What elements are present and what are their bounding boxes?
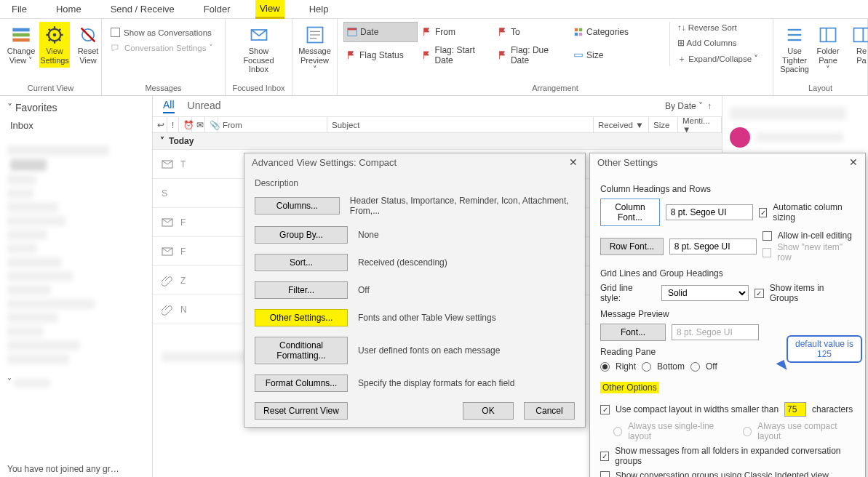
menu-sendreceive[interactable]: Send / Receive [106, 1, 179, 17]
spacing-icon [784, 25, 805, 45]
group-label-focused: Focused Inbox [231, 82, 286, 94]
svg-rect-17 [575, 54, 583, 57]
attach-col-icon[interactable]: 📎 [205, 117, 218, 132]
show-focused-inbox-button[interactable]: Show Focused Inbox [231, 22, 286, 77]
reading-right-radio[interactable] [600, 362, 610, 372]
columns-button[interactable]: Columns... [255, 197, 340, 215]
arr-date[interactable]: Date [343, 22, 418, 42]
conditional-formatting-button[interactable]: Conditional Formatting... [255, 337, 348, 364]
auto-column-sizing-check[interactable]: ✓ [759, 208, 768, 217]
arr-categories[interactable]: Categories [570, 22, 645, 42]
ok-button[interactable]: OK [463, 402, 514, 420]
view-settings-button[interactable]: View Settings [39, 22, 70, 68]
reply-col-icon[interactable]: ↩ [153, 117, 167, 132]
format-columns-button[interactable]: Format Columns... [255, 374, 348, 392]
received-col[interactable]: Received ▼ [594, 117, 649, 132]
show-as-conversations-check[interactable]: Show as Conversations [108, 26, 219, 39]
arr-to[interactable]: To [495, 22, 569, 42]
column-font-button[interactable]: Column Font... [600, 199, 660, 226]
flag-icon [498, 27, 508, 37]
group-label-arrangement: Arrangement [343, 82, 767, 94]
compact-layout-check[interactable]: ✓ [600, 405, 610, 414]
compact-width-input[interactable]: 75 [784, 402, 806, 417]
group-today[interactable]: ˅Today [153, 133, 722, 150]
row-font-value[interactable] [669, 238, 757, 254]
preview-font-button[interactable]: Font... [600, 324, 666, 341]
from-col[interactable]: From [218, 117, 327, 132]
reading-pane-button[interactable]: Re Pa [846, 22, 868, 77]
reset-view-button[interactable]: Reset View [73, 22, 103, 68]
icon-col-icon[interactable]: ✉ [192, 117, 205, 132]
column-headers: ↩ ! ⏰ ✉ 📎 From Subject Received ▼ Size M… [153, 117, 722, 133]
reading-off-radio[interactable] [690, 362, 700, 372]
description-label: Description [255, 178, 575, 188]
tab-all[interactable]: All [163, 99, 175, 113]
add-columns-button[interactable]: ⊞ Add Columns [674, 36, 761, 49]
menu-help[interactable]: Help [305, 1, 333, 17]
group-label-preview [298, 82, 331, 94]
other-settings-button[interactable]: Other Settings... [255, 309, 348, 326]
expand-collapse-button[interactable]: ＋ Expand/Collapse ˅ [674, 52, 761, 66]
message-preview-button[interactable]: Message Preview ˅ [298, 22, 331, 77]
favorites-header[interactable]: Favorites [15, 102, 57, 113]
subject-col[interactable]: Subject [327, 117, 594, 132]
in-cell-editing-check[interactable] [763, 231, 772, 241]
attach-icon [162, 304, 173, 316]
svg-rect-21 [821, 28, 836, 42]
close-icon[interactable]: ✕ [569, 156, 578, 168]
gear-icon [44, 25, 65, 45]
readingpane-icon [851, 25, 868, 45]
dialog-title: Advanced View Settings: Compact [252, 157, 397, 168]
reading-bottom-radio[interactable] [642, 362, 651, 372]
show-in-groups-check[interactable]: ✓ [754, 289, 764, 298]
menu-file[interactable]: File [7, 1, 31, 17]
envelope-icon [162, 217, 173, 228]
importance-col-icon[interactable]: ! [167, 117, 179, 132]
size-col[interactable]: Size [649, 117, 678, 132]
column-font-value[interactable] [666, 204, 753, 220]
sort-button[interactable]: Sort... [255, 254, 348, 271]
arr-flagdue[interactable]: Flag: Due Date [495, 45, 569, 65]
grid-style-select[interactable]: Solid [661, 285, 749, 301]
tab-unread[interactable]: Unread [188, 100, 221, 113]
reverse-sort-button[interactable]: ↑↓ Reverse Sort [674, 22, 761, 33]
sort-bydate-button[interactable]: By Date ˅ ↑ [665, 101, 712, 111]
arr-size[interactable]: Size [570, 45, 645, 65]
conversation-settings-button[interactable]: Conversation Settings ˅ [108, 41, 219, 55]
arrangement-gallery[interactable]: Date From To Categories Flag Status Flag… [343, 22, 664, 66]
tighter-spacing-button[interactable]: Use Tighter Spacing [779, 22, 810, 77]
reminder-col-icon[interactable]: ⏰ [179, 117, 192, 132]
description-text: Received (descending) [358, 257, 447, 268]
group-by-button[interactable]: Group By... [255, 226, 348, 244]
close-icon[interactable]: ✕ [849, 156, 858, 168]
envelope-icon [162, 246, 173, 257]
arr-flagstatus[interactable]: Flag Status [343, 45, 418, 65]
arr-from[interactable]: From [419, 22, 493, 42]
reset-current-view-button[interactable]: Reset Current View [255, 402, 348, 420]
other-options-label: Other Options [600, 382, 659, 393]
svg-rect-12 [348, 28, 357, 31]
folderpane-icon [818, 25, 838, 45]
cancel-button[interactable]: Cancel [524, 402, 575, 420]
change-view-button[interactable]: Change View ˅ [6, 22, 36, 68]
classic-indented-check[interactable] [600, 471, 610, 478]
show-all-folders-check[interactable]: ✓ [600, 452, 609, 461]
filter-button[interactable]: Filter... [255, 281, 348, 299]
compact-text-1: Use compact layout in widths smaller tha… [616, 404, 779, 414]
headings-label: Column Headings and Rows [600, 184, 855, 194]
arr-flagstart[interactable]: Flag: Start Date [419, 45, 493, 65]
menu-home[interactable]: Home [52, 1, 86, 17]
other-settings-dialog: Other Settings✕ Column Headings and Rows… [589, 153, 866, 477]
view-icon [11, 25, 31, 45]
new-item-row-check [763, 248, 771, 257]
mentions-col[interactable]: Menti... ▼ [678, 117, 722, 132]
svg-rect-14 [579, 28, 582, 31]
folder-pane-button[interactable]: Folder Pane ˅ [813, 22, 843, 77]
menu-folder[interactable]: Folder [199, 1, 235, 17]
inbox-folder[interactable]: Inbox [7, 118, 145, 133]
envelope-icon [162, 159, 173, 170]
description-text: Off [358, 285, 370, 295]
svg-point-4 [53, 33, 57, 37]
row-font-button[interactable]: Row Font... [600, 238, 664, 255]
menu-view[interactable]: View [255, 0, 284, 19]
